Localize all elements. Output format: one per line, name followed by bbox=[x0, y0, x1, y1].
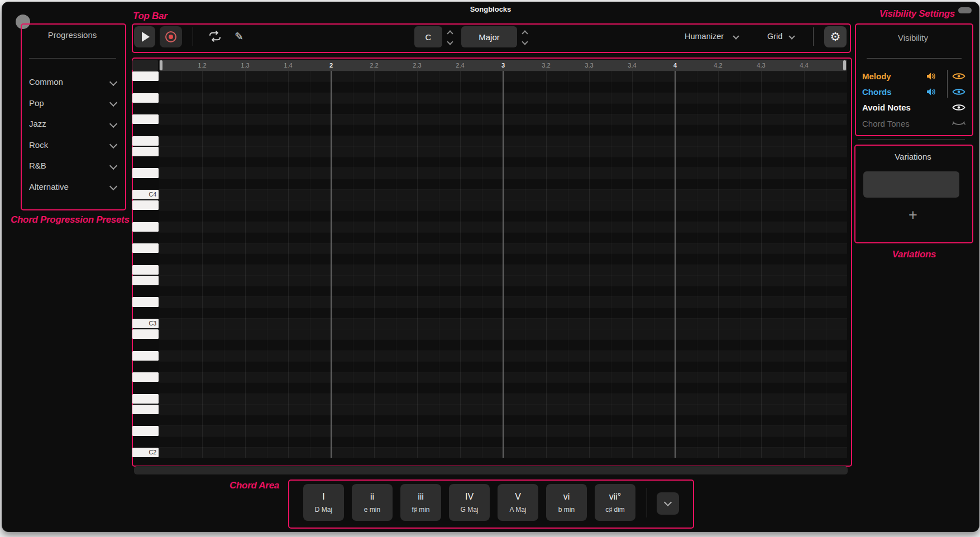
sidebar-item-pop[interactable]: Pop bbox=[29, 93, 116, 114]
sidebar-divider bbox=[29, 58, 116, 59]
gridline bbox=[288, 71, 289, 458]
sidebar-item-rock[interactable]: Rock bbox=[29, 135, 116, 156]
chord-button-iii[interactable]: iiif♯ min bbox=[400, 484, 441, 521]
piano-key-c4[interactable]: C4 bbox=[132, 190, 159, 199]
eye-closed-icon[interactable] bbox=[952, 120, 965, 127]
chevron-down-icon[interactable] bbox=[733, 33, 739, 39]
eye-toggle[interactable] bbox=[952, 72, 965, 80]
eye-toggle[interactable] bbox=[952, 120, 965, 127]
scale-select-button[interactable]: Major bbox=[461, 26, 517, 47]
piano-key-g4[interactable] bbox=[132, 114, 159, 124]
chord-numeral: vi bbox=[563, 492, 570, 501]
ruler-handle-left[interactable] bbox=[160, 60, 162, 70]
piano-key-d3[interactable] bbox=[132, 297, 159, 306]
add-variation-button[interactable]: + bbox=[855, 207, 971, 224]
window-control-button[interactable] bbox=[16, 15, 30, 29]
chord-button-vii[interactable]: vii°c♯ dim bbox=[595, 484, 635, 521]
eye-toggle[interactable] bbox=[952, 88, 965, 96]
chord-button-ii[interactable]: iie min bbox=[352, 484, 393, 521]
play-button[interactable] bbox=[134, 26, 155, 47]
timeline-ruler[interactable]: 1.21.31.422.22.32.433.23.33.444.24.34.4 bbox=[159, 60, 847, 71]
variation-slot[interactable] bbox=[863, 171, 959, 198]
piano-key-a3[interactable] bbox=[132, 222, 159, 232]
chord-button-vi[interactable]: vib min bbox=[546, 484, 587, 521]
visibility-row-chord-tones: Chord Tones bbox=[861, 116, 972, 131]
chevron-down-icon bbox=[664, 498, 672, 506]
chevron-down-icon bbox=[522, 39, 528, 45]
piano-key-e3[interactable] bbox=[132, 276, 159, 285]
piano-key-b3[interactable] bbox=[132, 200, 159, 210]
toolbar-divider bbox=[813, 27, 814, 46]
key-select-button[interactable]: C bbox=[414, 26, 442, 47]
gridline bbox=[632, 71, 633, 458]
speaker-toggle[interactable] bbox=[926, 88, 936, 96]
piano-keyboard[interactable]: C4C3C2 bbox=[132, 71, 159, 458]
sidebar-item-common[interactable]: Common bbox=[29, 71, 116, 93]
piano-key-c3[interactable]: C3 bbox=[132, 319, 159, 328]
piano-key-e2[interactable] bbox=[132, 405, 159, 414]
beat-gridline bbox=[503, 71, 504, 458]
draw-tool-button[interactable]: ✎ bbox=[235, 30, 243, 42]
chord-more-button[interactable] bbox=[657, 492, 679, 515]
piano-key-b2[interactable] bbox=[132, 329, 159, 339]
loop-button[interactable] bbox=[208, 31, 222, 42]
chord-area-divider bbox=[647, 488, 647, 517]
scale-stepper[interactable] bbox=[523, 31, 527, 44]
piano-key-f4[interactable] bbox=[132, 136, 159, 146]
beat-gridline bbox=[331, 71, 332, 458]
piano-key-a2[interactable] bbox=[132, 351, 159, 361]
piano-key-g3[interactable] bbox=[132, 243, 159, 253]
chevron-up-icon bbox=[447, 30, 453, 36]
humanizer-dropdown[interactable]: Humanizer bbox=[685, 32, 724, 41]
ruler-label: 4.3 bbox=[757, 62, 765, 69]
settings-button[interactable]: ⚙ bbox=[824, 26, 847, 47]
ruler-label: 1.4 bbox=[284, 62, 292, 69]
piano-key-b4[interactable] bbox=[132, 71, 159, 81]
visibility-row-avoid-notes: Avoid Notes bbox=[861, 100, 972, 116]
ruler-label: 3.2 bbox=[542, 62, 550, 69]
gridline bbox=[589, 71, 590, 458]
chord-button-IV[interactable]: IVG Maj bbox=[449, 484, 490, 521]
window-minimize-pill[interactable] bbox=[958, 7, 972, 13]
piano-key-f3[interactable] bbox=[132, 265, 159, 275]
piano-key-g2[interactable] bbox=[132, 372, 159, 382]
record-button[interactable] bbox=[160, 26, 182, 47]
piano-key-d2[interactable] bbox=[132, 426, 159, 435]
speaker-toggle[interactable] bbox=[926, 72, 936, 80]
piano-key-e4[interactable] bbox=[132, 147, 159, 156]
visibility-column-divider bbox=[947, 70, 948, 98]
gridline bbox=[568, 71, 568, 458]
piano-key-f2[interactable] bbox=[132, 394, 159, 404]
grid-dropdown[interactable]: Grid bbox=[767, 32, 782, 41]
eye-open-icon[interactable] bbox=[952, 88, 965, 96]
chord-button-list: ID Majiie miniiif♯ minIVG MajVA Majvib m… bbox=[303, 484, 635, 521]
speaker-icon[interactable] bbox=[926, 72, 936, 80]
ruler-handle-right[interactable] bbox=[843, 60, 846, 70]
chord-button-V[interactable]: VA Maj bbox=[498, 484, 538, 521]
piano-key-label: C3 bbox=[149, 320, 159, 327]
gridline bbox=[202, 71, 203, 458]
sidebar-item-jazz[interactable]: Jazz bbox=[29, 113, 116, 135]
piano-key-d4[interactable] bbox=[132, 168, 159, 178]
chevron-down-icon[interactable] bbox=[788, 33, 795, 39]
sidebar-item-r-b[interactable]: R&B bbox=[29, 155, 116, 176]
gridline bbox=[654, 71, 654, 458]
chord-button-I[interactable]: ID Maj bbox=[303, 484, 344, 521]
annotation-visibility-settings: Visibility Settings bbox=[862, 8, 955, 20]
eye-open-icon[interactable] bbox=[952, 103, 965, 112]
annotation-top-bar: Top Bar bbox=[133, 11, 168, 22]
horizontal-scrollbar[interactable] bbox=[134, 466, 848, 474]
key-stepper[interactable] bbox=[448, 31, 452, 44]
annotation-chord-presets: Chord Progression Presets bbox=[11, 214, 130, 226]
variations-title: Variations bbox=[855, 152, 971, 161]
speaker-icon[interactable] bbox=[926, 88, 936, 96]
sidebar-item-alternative[interactable]: Alternative bbox=[29, 176, 116, 198]
gridline bbox=[396, 71, 396, 458]
annotation-variations: Variations bbox=[873, 249, 955, 260]
chevron-down-icon bbox=[109, 120, 117, 128]
eye-open-icon[interactable] bbox=[952, 72, 965, 80]
piano-key-a4[interactable] bbox=[132, 93, 159, 103]
toolbar-divider bbox=[193, 27, 193, 46]
piano-key-c2[interactable]: C2 bbox=[132, 448, 159, 457]
eye-toggle[interactable] bbox=[952, 103, 965, 112]
